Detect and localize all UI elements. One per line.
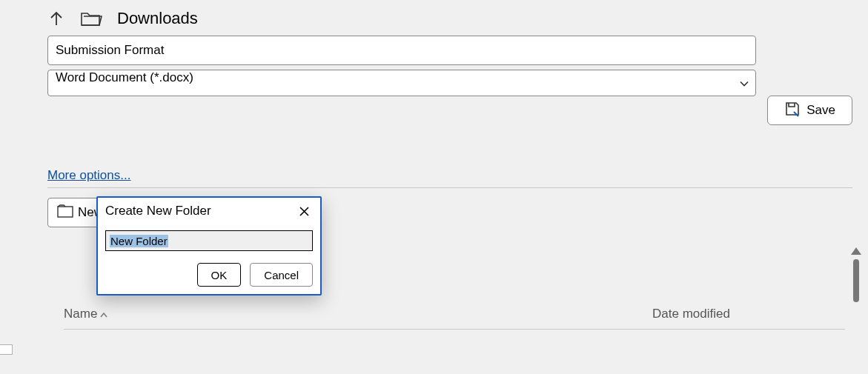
folder-open-icon[interactable] bbox=[80, 10, 102, 27]
ok-button[interactable]: OK bbox=[197, 263, 242, 287]
up-arrow-icon[interactable] bbox=[47, 10, 65, 27]
scrollbar-thumb[interactable] bbox=[853, 259, 859, 302]
breadcrumb: Downloads bbox=[47, 9, 852, 28]
more-options-link[interactable]: More options... bbox=[47, 168, 130, 183]
svg-rect-0 bbox=[58, 207, 73, 217]
folder-name-input-shell: New Folder bbox=[105, 230, 313, 251]
table-header: Name Date modified bbox=[64, 307, 845, 321]
scroll-up-icon bbox=[851, 247, 861, 255]
column-date[interactable]: Date modified bbox=[652, 307, 845, 321]
filename-input[interactable] bbox=[47, 36, 756, 65]
create-folder-dialog: Create New Folder New Folder OK Cancel bbox=[96, 196, 322, 295]
column-name[interactable]: Name bbox=[64, 307, 652, 321]
close-icon[interactable] bbox=[295, 202, 313, 220]
table-header-divider bbox=[64, 329, 845, 330]
vertical-scrollbar[interactable] bbox=[847, 247, 865, 372]
divider bbox=[47, 187, 852, 188]
new-folder-icon bbox=[57, 204, 73, 221]
left-edge-tab bbox=[0, 344, 13, 355]
folder-name-input[interactable]: New Folder bbox=[107, 232, 311, 250]
save-button[interactable]: Save bbox=[767, 96, 852, 125]
sort-up-icon bbox=[100, 307, 107, 321]
column-name-label: Name bbox=[64, 307, 97, 321]
save-button-label: Save bbox=[806, 103, 835, 118]
folder-name-value: New Folder bbox=[110, 235, 168, 247]
dialog-title: Create New Folder bbox=[105, 204, 211, 218]
save-icon bbox=[784, 101, 801, 121]
cancel-button[interactable]: Cancel bbox=[250, 263, 313, 287]
location-label: Downloads bbox=[117, 9, 198, 28]
filetype-select[interactable]: Word Document (*.docx) bbox=[47, 70, 756, 96]
